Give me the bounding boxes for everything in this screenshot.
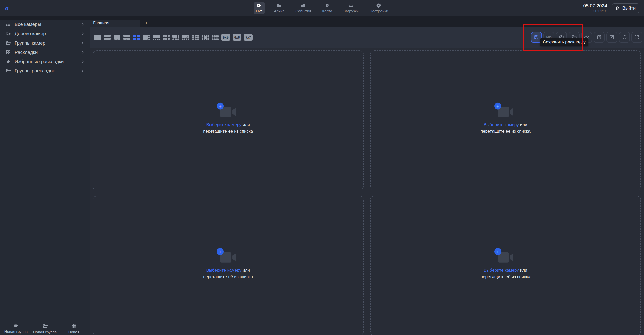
add-camera-button[interactable]: + <box>217 103 224 110</box>
placeholder-text: Выберите камеру или перетащите её из спи… <box>203 122 253 135</box>
layout-2x2-icon[interactable] <box>133 34 140 41</box>
nav-label: Карта <box>322 9 332 13</box>
main-navigation: Live Архив События Карта <box>254 0 391 16</box>
layout-2cols-icon[interactable] <box>113 34 121 41</box>
camera-slot-3[interactable]: + Выберите камеру или перетащите её из с… <box>90 193 367 335</box>
datetime: 05.07.2024 11:14:18 <box>583 3 607 14</box>
map-pin-icon <box>324 3 330 8</box>
nav-label: Настройки <box>370 9 388 13</box>
placeholder-line2: перетащите её из списка <box>481 129 531 134</box>
sidebar-item-label: Дерево камер <box>15 31 81 36</box>
select-camera-link[interactable]: Выберите камеру <box>484 122 519 127</box>
tree-icon <box>6 31 11 36</box>
refresh-button[interactable] <box>619 32 630 43</box>
layout-3x3-icon[interactable] <box>192 34 199 41</box>
add-camera-button[interactable]: + <box>494 103 501 110</box>
share-arrow-icon <box>596 34 602 40</box>
add-camera-button[interactable]: + <box>217 248 224 255</box>
sidebar-item-label: Группы раскладок <box>15 68 81 74</box>
nav-settings[interactable]: Настройки <box>367 2 391 14</box>
tab-strip: Главная + <box>90 20 644 27</box>
camera-slot-2[interactable]: + Выберите камеру или перетащите её из с… <box>367 48 644 193</box>
logout-icon <box>616 6 620 11</box>
layout-1plus2-icon[interactable] <box>123 34 131 41</box>
topbar-divider <box>0 16 644 20</box>
add-camera-button[interactable]: + <box>494 248 501 255</box>
nav-live[interactable]: Live <box>254 2 265 14</box>
layout-1plus7-icon[interactable] <box>182 34 190 41</box>
save-floppy-icon <box>534 34 539 40</box>
select-camera-link[interactable]: Выберите камеру <box>206 268 241 273</box>
nav-label: События <box>295 9 311 13</box>
sidebar-item-layouts[interactable]: Раскладки <box>0 48 90 57</box>
sidebar-collapse-button[interactable]: « <box>5 4 8 12</box>
select-camera-link[interactable]: Выберите камеру <box>206 122 241 127</box>
chevron-right-icon <box>81 60 85 64</box>
placeholder-rest: или <box>241 268 250 273</box>
tab-main[interactable]: Главная <box>90 20 140 27</box>
tab-label: Главная <box>93 21 109 26</box>
button-label-line1: Новая <box>68 330 79 335</box>
layout-1plus3-icon[interactable] <box>143 34 150 41</box>
sidebar-item-label: Избранные раскладки <box>15 59 81 64</box>
sidebar-item-layout-groups[interactable]: Группы раскладок <box>0 66 90 76</box>
nav-label: Загрузки <box>343 9 358 13</box>
select-camera-link[interactable]: Выберите камеру <box>484 268 519 273</box>
nav-label: Live <box>256 9 263 13</box>
nav-label: Архив <box>274 9 284 13</box>
camera-grid-area: + Выберите камеру или перетащите её из с… <box>90 48 644 335</box>
layout-3x2-icon[interactable] <box>162 34 170 41</box>
fullscreen-button[interactable] <box>631 32 642 43</box>
logout-button[interactable]: Выйти <box>612 3 639 13</box>
grid-icon <box>6 50 11 55</box>
sidebar-item-label: Все камеры <box>15 22 81 27</box>
folder-icon <box>6 40 11 46</box>
layout-4x4-icon[interactable] <box>211 34 219 41</box>
chevron-right-icon <box>81 69 85 73</box>
nav-downloads[interactable]: Загрузки <box>341 2 361 14</box>
events-calendar-icon <box>300 3 306 8</box>
button-label-line1: Новая группа <box>4 329 28 334</box>
new-layout-group-button[interactable]: Новая группа раскладок <box>30 323 59 335</box>
folder-icon <box>6 68 11 73</box>
layout-2rows-icon[interactable] <box>103 34 111 41</box>
list-icon <box>6 22 11 27</box>
layout-5x5-button[interactable]: 5x5 <box>221 34 230 41</box>
sidebar-item-camera-groups[interactable]: Группы камер <box>0 38 90 48</box>
placeholder-line2: перетащите её из списка <box>203 274 253 279</box>
nav-archive[interactable]: Архив <box>272 2 287 14</box>
chevron-right-icon <box>81 22 85 26</box>
nav-events[interactable]: События <box>293 2 313 14</box>
layout-6x6-button[interactable]: 6x6 <box>233 34 242 41</box>
layout-1x1-icon[interactable] <box>94 34 101 41</box>
layout-1plus4-icon[interactable] <box>153 34 160 41</box>
chevron-right-icon <box>81 41 85 45</box>
camera-placeholder: + Выберите камеру или перетащите её из с… <box>203 251 253 280</box>
layout-picker: 5x5 6x6 7x7 <box>94 34 253 41</box>
camera-slot-4[interactable]: + Выберите камеру или перетащите её из с… <box>367 193 644 335</box>
sidebar-item-label: Группы камер <box>15 40 81 46</box>
logout-label: Выйти <box>622 6 636 11</box>
layout-1plus12-icon[interactable] <box>202 34 209 41</box>
placeholder-line2: перетащите её из списка <box>481 274 531 279</box>
nav-map[interactable]: Карта <box>320 2 334 14</box>
placeholder-text: Выберите камеру или перетащите её из спи… <box>481 122 531 135</box>
camera-grid: + Выберите камеру или перетащите её из с… <box>90 48 644 335</box>
layout-7x7-button[interactable]: 7x7 <box>244 34 253 41</box>
sidebar-item-favorite-layouts[interactable]: Избранные раскладки <box>0 57 90 66</box>
placeholder-line2: перетащите её из списка <box>203 129 253 134</box>
new-camera-group-button[interactable]: Новая группа камер <box>2 323 30 335</box>
add-tab-button[interactable]: + <box>140 20 153 27</box>
new-layout-button[interactable]: Новая раскладка <box>59 323 88 335</box>
camera-slot-1[interactable]: + Выберите камеру или перетащите её из с… <box>90 48 367 193</box>
sidebar-item-all-cameras[interactable]: Все камеры <box>0 20 90 29</box>
sidebar-item-camera-tree[interactable]: Дерево камер <box>0 29 90 38</box>
layout-1plus5-icon[interactable] <box>172 34 180 41</box>
camera-icon <box>13 323 19 328</box>
camera-placeholder: + Выберите камеру или перетащите её из с… <box>481 106 531 135</box>
sidebar-bottom-actions: Новая группа камер Новая группа раскладо… <box>0 323 90 335</box>
share-button[interactable] <box>594 32 605 43</box>
minimize-window-button[interactable] <box>606 32 617 43</box>
topbar-right: 05.07.2024 11:14:18 Выйти <box>583 3 639 14</box>
placeholder-text: Выберите камеру или перетащите её из спи… <box>481 267 531 280</box>
